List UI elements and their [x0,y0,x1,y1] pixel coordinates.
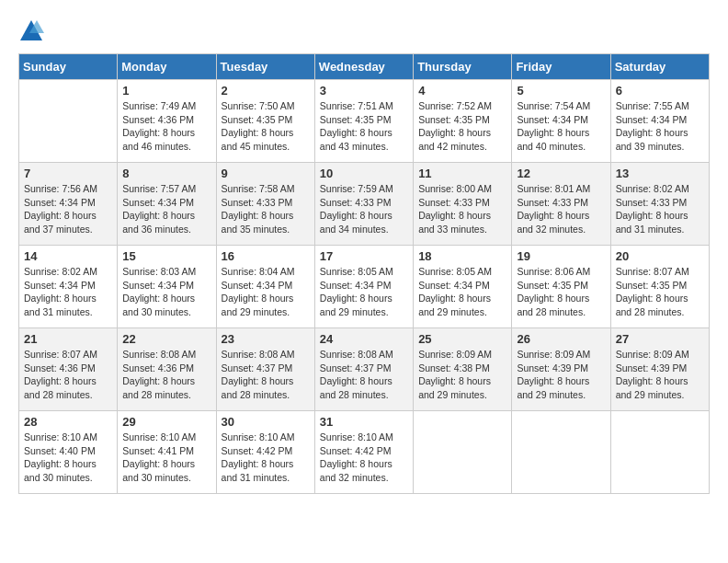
day-info: Sunrise: 7:58 AMSunset: 4:33 PMDaylight:… [222,182,310,236]
header-row: SundayMondayTuesdayWednesdayThursdayFrid… [19,54,710,80]
day-info: Sunrise: 8:09 AMSunset: 4:39 PMDaylight:… [517,348,605,402]
day-cell: 24Sunrise: 8:08 AMSunset: 4:37 PMDayligh… [314,328,413,411]
day-info: Sunrise: 8:08 AMSunset: 4:37 PMDaylight:… [320,348,408,402]
day-number: 7 [24,167,112,180]
day-number: 20 [616,249,704,263]
day-info: Sunrise: 8:00 AMSunset: 4:33 PMDaylight:… [418,182,506,236]
logo [18,18,48,44]
day-info: Sunrise: 8:08 AMSunset: 4:36 PMDaylight:… [122,348,210,402]
day-cell: 12Sunrise: 8:01 AMSunset: 4:33 PMDayligh… [512,163,610,246]
day-cell: 4Sunrise: 7:52 AMSunset: 4:35 PMDaylight… [414,80,512,163]
day-cell: 10Sunrise: 7:59 AMSunset: 4:33 PMDayligh… [314,163,413,246]
day-number: 28 [24,415,112,429]
day-cell: 28Sunrise: 8:10 AMSunset: 4:40 PMDayligh… [19,411,118,494]
day-info: Sunrise: 8:07 AMSunset: 4:35 PMDaylight:… [616,265,704,319]
day-cell: 13Sunrise: 8:02 AMSunset: 4:33 PMDayligh… [610,163,709,246]
day-cell: 31Sunrise: 8:10 AMSunset: 4:42 PMDayligh… [314,411,413,494]
day-cell [19,80,118,163]
day-info: Sunrise: 8:09 AMSunset: 4:39 PMDaylight:… [616,348,704,402]
day-number: 24 [320,332,408,346]
col-header-tuesday: Tuesday [216,54,314,80]
day-cell: 23Sunrise: 8:08 AMSunset: 4:37 PMDayligh… [216,328,314,411]
day-number: 21 [24,332,112,346]
day-cell: 21Sunrise: 8:07 AMSunset: 4:36 PMDayligh… [19,328,118,411]
day-cell: 19Sunrise: 8:06 AMSunset: 4:35 PMDayligh… [512,246,610,328]
day-info: Sunrise: 7:55 AMSunset: 4:34 PMDaylight:… [616,99,704,154]
day-cell: 17Sunrise: 8:05 AMSunset: 4:34 PMDayligh… [314,246,413,328]
day-info: Sunrise: 7:49 AMSunset: 4:36 PMDaylight:… [122,99,210,154]
day-info: Sunrise: 8:07 AMSunset: 4:36 PMDaylight:… [24,348,112,402]
day-cell: 1Sunrise: 7:49 AMSunset: 4:36 PMDaylight… [118,80,216,163]
day-cell: 26Sunrise: 8:09 AMSunset: 4:39 PMDayligh… [512,328,610,411]
day-number: 5 [517,84,605,98]
day-number: 12 [517,167,605,180]
day-info: Sunrise: 8:10 AMSunset: 4:41 PMDaylight:… [122,431,210,485]
day-number: 30 [222,415,310,429]
day-info: Sunrise: 8:02 AMSunset: 4:33 PMDaylight:… [616,182,704,236]
day-info: Sunrise: 8:05 AMSunset: 4:34 PMDaylight:… [418,265,506,319]
day-info: Sunrise: 7:51 AMSunset: 4:35 PMDaylight:… [320,99,408,154]
day-info: Sunrise: 7:59 AMSunset: 4:33 PMDaylight:… [320,182,408,236]
day-cell: 29Sunrise: 8:10 AMSunset: 4:41 PMDayligh… [118,411,216,494]
day-number: 10 [320,167,408,180]
day-info: Sunrise: 7:57 AMSunset: 4:34 PMDaylight:… [122,182,210,236]
day-info: Sunrise: 8:09 AMSunset: 4:38 PMDaylight:… [418,348,506,402]
week-row-3: 14Sunrise: 8:02 AMSunset: 4:34 PMDayligh… [19,246,710,328]
logo-icon [18,18,44,44]
day-number: 18 [418,249,506,263]
day-info: Sunrise: 7:54 AMSunset: 4:34 PMDaylight:… [517,99,605,154]
day-number: 3 [320,84,408,98]
day-number: 11 [418,167,506,180]
day-cell: 8Sunrise: 7:57 AMSunset: 4:34 PMDaylight… [118,163,216,246]
day-number: 25 [418,332,506,346]
day-cell: 25Sunrise: 8:09 AMSunset: 4:38 PMDayligh… [414,328,512,411]
day-cell [414,411,512,494]
day-cell: 15Sunrise: 8:03 AMSunset: 4:34 PMDayligh… [118,246,216,328]
day-number: 2 [222,84,310,98]
day-info: Sunrise: 8:10 AMSunset: 4:40 PMDaylight:… [24,431,112,485]
day-cell: 30Sunrise: 8:10 AMSunset: 4:42 PMDayligh… [216,411,314,494]
week-row-2: 7Sunrise: 7:56 AMSunset: 4:34 PMDaylight… [19,163,710,246]
day-cell: 18Sunrise: 8:05 AMSunset: 4:34 PMDayligh… [414,246,512,328]
week-row-1: 1Sunrise: 7:49 AMSunset: 4:36 PMDaylight… [19,80,710,163]
week-row-4: 21Sunrise: 8:07 AMSunset: 4:36 PMDayligh… [19,328,710,411]
day-number: 22 [122,332,210,346]
col-header-thursday: Thursday [414,54,512,80]
day-number: 23 [222,332,310,346]
day-cell: 22Sunrise: 8:08 AMSunset: 4:36 PMDayligh… [118,328,216,411]
day-cell [610,411,709,494]
day-info: Sunrise: 8:04 AMSunset: 4:34 PMDaylight:… [222,265,310,319]
day-cell: 16Sunrise: 8:04 AMSunset: 4:34 PMDayligh… [216,246,314,328]
day-info: Sunrise: 7:50 AMSunset: 4:35 PMDaylight:… [222,99,310,154]
day-info: Sunrise: 7:52 AMSunset: 4:35 PMDaylight:… [418,99,506,154]
day-number: 13 [616,167,704,180]
day-number: 9 [222,167,310,180]
day-cell: 3Sunrise: 7:51 AMSunset: 4:35 PMDaylight… [314,80,413,163]
day-number: 1 [122,84,210,98]
day-cell: 6Sunrise: 7:55 AMSunset: 4:34 PMDaylight… [610,80,709,163]
day-cell: 27Sunrise: 8:09 AMSunset: 4:39 PMDayligh… [610,328,709,411]
day-number: 27 [616,332,704,346]
day-number: 8 [122,167,210,180]
day-info: Sunrise: 8:06 AMSunset: 4:35 PMDaylight:… [517,265,605,319]
day-cell: 2Sunrise: 7:50 AMSunset: 4:35 PMDaylight… [216,80,314,163]
day-info: Sunrise: 8:08 AMSunset: 4:37 PMDaylight:… [222,348,310,402]
week-row-5: 28Sunrise: 8:10 AMSunset: 4:40 PMDayligh… [19,411,710,494]
day-number: 16 [222,249,310,263]
day-info: Sunrise: 8:05 AMSunset: 4:34 PMDaylight:… [320,265,408,319]
day-number: 15 [122,249,210,263]
day-number: 19 [517,249,605,263]
col-header-saturday: Saturday [610,54,709,80]
calendar-table: SundayMondayTuesdayWednesdayThursdayFrid… [18,53,710,494]
day-info: Sunrise: 8:10 AMSunset: 4:42 PMDaylight:… [222,431,310,485]
day-info: Sunrise: 7:56 AMSunset: 4:34 PMDaylight:… [24,182,112,236]
day-info: Sunrise: 8:02 AMSunset: 4:34 PMDaylight:… [24,265,112,319]
day-info: Sunrise: 8:01 AMSunset: 4:33 PMDaylight:… [517,182,605,236]
day-info: Sunrise: 8:03 AMSunset: 4:34 PMDaylight:… [122,265,210,319]
day-number: 31 [320,415,408,429]
day-cell: 20Sunrise: 8:07 AMSunset: 4:35 PMDayligh… [610,246,709,328]
col-header-friday: Friday [512,54,610,80]
col-header-wednesday: Wednesday [314,54,413,80]
day-cell [512,411,610,494]
day-number: 6 [616,84,704,98]
